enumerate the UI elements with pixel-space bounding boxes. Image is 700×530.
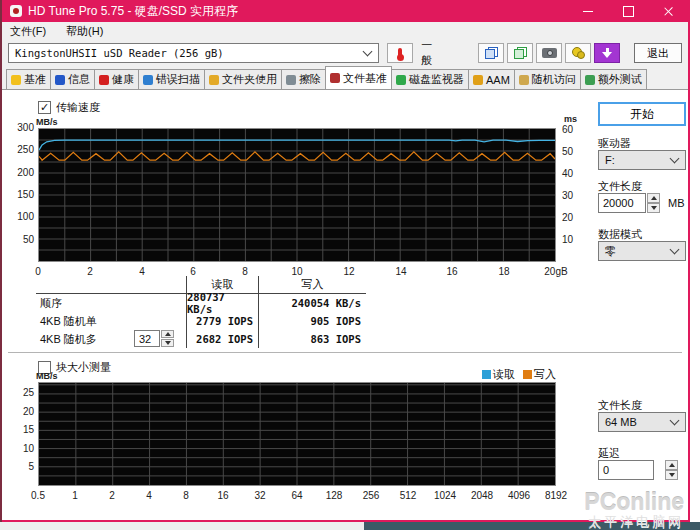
axis-tick: 8192 — [536, 490, 576, 502]
axis-tick: 8 — [227, 266, 263, 278]
device-select[interactable]: KingstonUHSII uSD Reader (256 gB) — [8, 43, 379, 63]
tab-擦除[interactable]: 擦除 — [281, 69, 326, 89]
axis-tick: 200 — [6, 167, 34, 179]
tab-label: 信息 — [68, 72, 90, 87]
error-scan-icon — [143, 75, 153, 85]
tab-label: 磁盘监视器 — [409, 72, 464, 87]
device-select-value: KingstonUHSII uSD Reader (256 gB) — [15, 47, 224, 59]
start-button[interactable]: 开始 — [598, 102, 686, 126]
block-size-chart — [38, 382, 556, 486]
save-results-button[interactable] — [594, 43, 620, 63]
gears-icon — [572, 47, 585, 59]
results-header-write: 写入 — [258, 276, 366, 294]
axis-tick: 15 — [6, 424, 34, 436]
results-row-label: 4KB 随机单 — [36, 312, 186, 330]
queue-depth-value[interactable]: 32 — [134, 330, 160, 347]
spin-up-button[interactable] — [161, 330, 174, 338]
folder-usage-icon — [209, 75, 219, 85]
disk-monitor-icon — [396, 75, 406, 85]
file-length-spinner[interactable]: 20000 — [598, 193, 660, 213]
thermometer-icon — [398, 48, 402, 59]
tab-额外测试[interactable]: 额外测试 — [580, 69, 647, 89]
axis-tick: 0.5 — [18, 490, 58, 502]
delay-spinner-arrows[interactable] — [665, 460, 678, 480]
menu-item[interactable]: 帮助(H) — [66, 24, 103, 39]
tab-基准[interactable]: 基准 — [6, 69, 51, 89]
download-arrow-icon — [602, 47, 612, 59]
benchmark-icon — [11, 75, 21, 85]
copy-text-button[interactable] — [478, 43, 504, 63]
axis-tick: 2 — [72, 266, 108, 278]
transfer-speed-chart — [38, 128, 556, 262]
y-axis-unit: MB/s — [36, 117, 58, 127]
spinner-arrows[interactable] — [161, 330, 174, 347]
axis-tick: 20gB — [536, 266, 576, 278]
queue-depth-spinner[interactable]: 32 — [134, 330, 174, 347]
chevron-down-icon — [670, 154, 680, 164]
close-button[interactable] — [648, 0, 688, 22]
toolbar: KingstonUHSII uSD Reader (256 gB) 一 般 退出 — [2, 40, 688, 66]
spin-up-button[interactable] — [647, 193, 660, 203]
tab-AAM[interactable]: AAM — [468, 69, 515, 89]
file-length-unit: MB — [668, 197, 685, 209]
axis-tick: 2 — [92, 490, 132, 502]
desktop-strip-teal — [364, 522, 700, 530]
results-row-label: 4KB 随机多32 — [36, 330, 186, 348]
tab-错误扫描[interactable]: 错误扫描 — [138, 69, 205, 89]
tab-文件基准[interactable]: 文件基准 — [325, 66, 392, 89]
copy-image-button[interactable] — [507, 43, 533, 63]
transfer-speed-checkbox-row: ✓ 传输速度 — [38, 100, 100, 115]
data-mode-label: 数据模式 — [598, 227, 642, 242]
minimize-button[interactable] — [568, 0, 608, 22]
axis-tick: 30 — [562, 190, 584, 202]
health-icon — [99, 75, 109, 85]
axis-tick: 20 — [562, 212, 584, 224]
delay-input[interactable]: 0 — [598, 460, 654, 480]
options-button[interactable] — [565, 43, 591, 63]
axis-tick: 10 — [562, 234, 584, 246]
spin-up-button[interactable] — [665, 460, 678, 470]
window-controls — [568, 0, 688, 22]
file-length-label: 文件长度 — [598, 179, 642, 194]
tab-bar: 基准信息健康错误扫描文件夹使用擦除文件基准磁盘监视器AAM随机访问额外测试 — [2, 66, 688, 90]
tab-label: 基准 — [24, 72, 46, 87]
spin-down-button[interactable] — [647, 203, 660, 213]
maximize-icon — [623, 6, 634, 17]
arrow-down-icon — [669, 473, 675, 477]
tab-label: AAM — [486, 74, 510, 86]
axis-tick: 20 — [6, 406, 34, 418]
arrow-up-icon — [651, 196, 657, 200]
tab-随机访问[interactable]: 随机访问 — [514, 69, 581, 89]
axis-tick: 50 — [562, 146, 584, 158]
tab-label: 随机访问 — [532, 72, 576, 87]
transfer-speed-label: 传输速度 — [56, 100, 100, 115]
drive-select[interactable]: F: — [598, 150, 686, 170]
maximize-button[interactable] — [608, 0, 648, 22]
close-icon — [663, 6, 674, 17]
data-mode-select[interactable]: 零 — [598, 241, 686, 261]
watermark-brand: PConline — [584, 490, 684, 515]
spinner-arrows[interactable] — [647, 193, 660, 213]
transfer-speed-checkbox[interactable]: ✓ — [38, 101, 51, 114]
exit-button[interactable]: 退出 — [634, 43, 682, 63]
tab-label: 擦除 — [299, 72, 321, 87]
file-length-value[interactable]: 20000 — [598, 193, 646, 213]
screenshot-button[interactable] — [536, 43, 562, 63]
spin-down-button[interactable] — [665, 470, 678, 480]
file-length-label-2: 文件长度 — [598, 398, 642, 413]
spin-down-button[interactable] — [161, 339, 174, 347]
tab-磁盘监视器[interactable]: 磁盘监视器 — [391, 69, 469, 89]
axis-tick: 25 — [6, 387, 34, 399]
extra-tests-icon — [585, 75, 595, 85]
temperature-button[interactable] — [387, 43, 413, 63]
menu-item[interactable]: 文件(F) — [10, 24, 46, 39]
read-value: 2682 IOPS — [186, 330, 258, 348]
tab-健康[interactable]: 健康 — [94, 69, 139, 89]
tab-文件夹使用[interactable]: 文件夹使用 — [204, 69, 282, 89]
tab-信息[interactable]: 信息 — [50, 69, 95, 89]
legend-item-读取: 读取 — [482, 367, 515, 382]
copy-pages-green-icon — [514, 47, 527, 59]
file-length-select[interactable]: 64 MB — [598, 412, 686, 432]
block-size-label: 块大小测量 — [56, 360, 111, 375]
y2-axis-unit: ms — [564, 114, 577, 124]
